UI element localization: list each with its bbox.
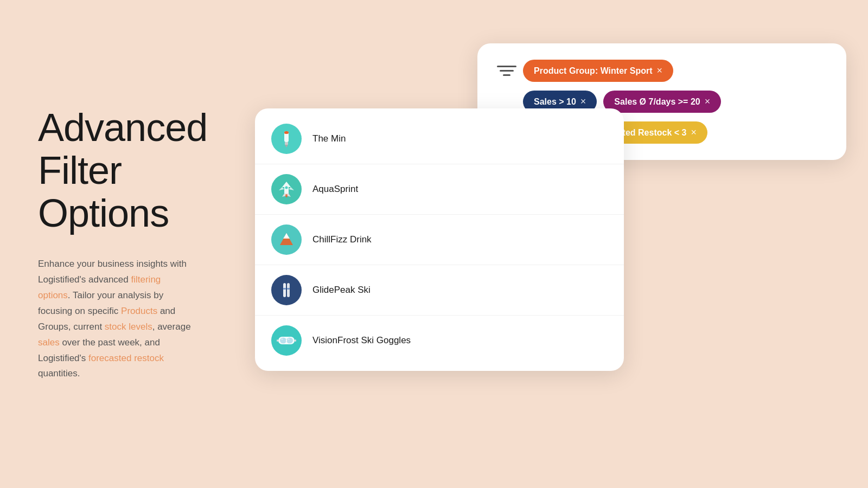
avatar [271, 224, 302, 255]
svg-point-15 [280, 338, 286, 344]
svg-point-5 [285, 187, 288, 189]
left-section: Advanced Filter Options Enhance your bus… [0, 74, 228, 415]
svg-rect-17 [286, 339, 287, 342]
svg-point-16 [286, 338, 293, 344]
svg-rect-1 [285, 142, 288, 145]
svg-point-20 [281, 338, 283, 340]
main-title: Advanced Filter Options [38, 106, 195, 235]
sales-avg-chip-close[interactable]: × [705, 96, 711, 107]
svg-point-21 [288, 338, 290, 340]
filtering-options-link[interactable]: filtering options [38, 274, 161, 300]
product-name: GlidePeak Ski [312, 285, 371, 296]
product-name: AquaSprint [312, 184, 358, 195]
svg-rect-11 [287, 283, 290, 297]
svg-point-6 [285, 194, 288, 197]
filter-row-1: Product Group: Winter Sport × [497, 60, 827, 82]
products-highlight: Products [121, 306, 157, 316]
sales-avg-chip-label: Sales Ø 7/days >= 20 [614, 97, 700, 107]
predicted-restock-chip-close[interactable]: × [691, 127, 697, 138]
svg-rect-18 [277, 339, 278, 342]
product-name: ChillFizz Drink [312, 234, 372, 245]
avatar [271, 325, 302, 356]
stock-levels-highlight: stock levels [105, 322, 152, 332]
svg-marker-2 [285, 145, 288, 147]
product-group-chip-close[interactable]: × [657, 65, 663, 76]
sales-gt-chip-close[interactable]: × [580, 96, 586, 107]
svg-rect-12 [283, 288, 286, 290]
list-item: ChillFizz Drink [255, 215, 624, 265]
sales-gt-chip-label: Sales > 10 [534, 97, 576, 107]
product-group-chip[interactable]: Product Group: Winter Sport × [523, 60, 673, 82]
product-card: The Min AquaSprint [255, 108, 624, 371]
list-item: VisionFrost Ski Goggles [255, 316, 624, 365]
forecasted-restock-highlight: forecasted restock [88, 353, 164, 363]
product-group-chip-label: Product Group: Winter Sport [534, 66, 653, 76]
avatar [271, 174, 302, 204]
svg-rect-3 [284, 131, 289, 134]
filter-icon[interactable] [497, 63, 516, 79]
list-item: AquaSprint [255, 164, 624, 215]
avatar [271, 275, 302, 305]
svg-rect-10 [283, 283, 286, 297]
list-item: The Min [255, 114, 624, 164]
svg-rect-19 [295, 339, 296, 342]
sales-highlight: sales [38, 337, 60, 348]
product-name: VisionFrost Ski Goggles [312, 335, 411, 346]
right-section: Product Group: Winter Sport × Sales > 10… [228, 0, 868, 488]
product-name: The Min [312, 133, 346, 144]
sales-avg-chip[interactable]: Sales Ø 7/days >= 20 × [603, 91, 721, 113]
description: Enhance your business insights with Logi… [38, 256, 195, 382]
svg-rect-13 [287, 288, 290, 290]
avatar [271, 124, 302, 154]
list-item: GlidePeak Ski [255, 265, 624, 316]
